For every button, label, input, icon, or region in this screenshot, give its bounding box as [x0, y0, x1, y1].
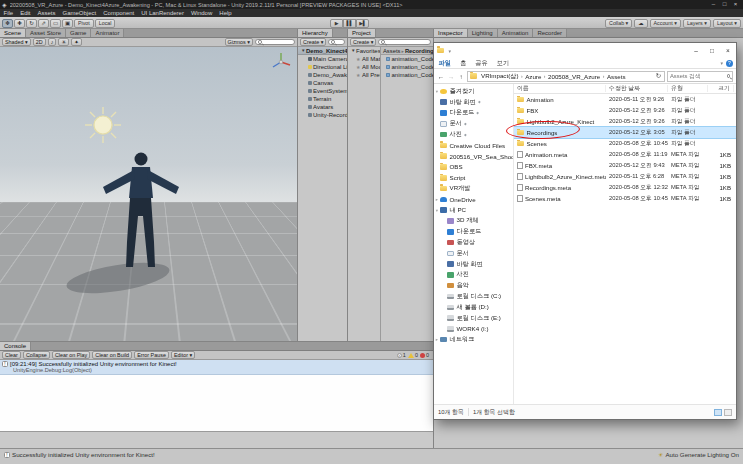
favorite-all-materials[interactable]: ★All Materials [348, 55, 380, 63]
hierarchy-item-terrain[interactable]: Terrain [298, 95, 347, 103]
play-button[interactable]: ▶ [330, 19, 343, 28]
favorite-all-models[interactable]: ★All Models [348, 63, 380, 71]
hierarchy-item-unity-recorder[interactable]: Unity-Recorder [298, 111, 347, 119]
nav-documents[interactable]: 문서◆ [434, 118, 513, 129]
hierarchy-scene-row[interactable]: ▼ Demo_Kinect4Azure_Awakening [298, 47, 347, 55]
hierarchy-item-eventsystem[interactable]: EventSystem [298, 87, 347, 95]
scene-effects-button[interactable]: ✦ [71, 38, 82, 47]
column-date-modified[interactable]: 수정한 날짜 [606, 85, 668, 92]
file-row-recordings[interactable]: Recordings 2020-05-12 오후 3:05파일 폴더 [514, 127, 736, 138]
column-name[interactable]: 이름 [514, 85, 606, 92]
hierarchy-item-canvas[interactable]: Canvas [298, 79, 347, 87]
transform-tool-button[interactable]: ▣ [62, 19, 73, 28]
file-row-scenes-meta[interactable]: Scenes.meta 2020-05-08 오후 10:45META 파일1K… [514, 193, 736, 204]
scale-tool-button[interactable]: ⇗ [38, 19, 49, 28]
tab-animator[interactable]: Animator [91, 29, 124, 37]
scene-lighting-button[interactable]: ☀ [58, 38, 69, 47]
auto-generate-lighting-button[interactable]: ☀ Auto Generate Lighting On [658, 451, 739, 458]
collab-dropdown[interactable]: Collab ▾ [605, 19, 632, 28]
rect-tool-button[interactable]: ▭ [50, 19, 61, 28]
info-count-toggle[interactable]: !1 [397, 352, 406, 358]
crumb-root[interactable]: VRImpact(삼) [481, 72, 518, 81]
menu-edit[interactable]: Edit [17, 9, 34, 17]
menu-component[interactable]: Component [100, 9, 138, 17]
crumb-azure[interactable]: Azure [525, 73, 541, 80]
project-file-row[interactable]: animation_CodeMan_004 [381, 55, 433, 63]
nav-obs[interactable]: OBS [434, 162, 513, 173]
pause-button[interactable]: ▌▌ [343, 19, 356, 28]
nav-pc-documents[interactable]: 문서 [434, 248, 513, 259]
tab-hierarchy[interactable]: Hierarchy [298, 29, 333, 37]
tab-inspector[interactable]: Inspector [434, 29, 468, 37]
maximize-button[interactable]: □ [719, 0, 730, 9]
explorer-maximize-button[interactable]: □ [704, 43, 720, 58]
console-editor-dropdown[interactable]: Editor ▾ [171, 351, 195, 360]
hierarchy-item-directional-light[interactable]: Directional Light [298, 63, 347, 71]
help-icon[interactable]: ? [726, 60, 733, 67]
project-file-row[interactable]: animation_CodeMan_005 [381, 63, 433, 71]
gizmos-dropdown[interactable]: Gizmos ▾ [225, 38, 254, 47]
console-error-pause-button[interactable]: Error Pause [134, 351, 169, 360]
column-size[interactable]: 크기 [708, 85, 734, 92]
explorer-minimize-button[interactable]: – [688, 43, 704, 58]
explorer-close-button[interactable]: × [720, 43, 736, 58]
nav-pc-desktop[interactable]: 바탕 화면 [434, 259, 513, 270]
details-view-button[interactable] [714, 409, 722, 416]
tab-asset-store[interactable]: Asset Store [26, 29, 66, 37]
crumb-assets[interactable]: Assets [607, 73, 626, 80]
local-toggle-button[interactable]: Local [95, 19, 116, 28]
back-button[interactable]: ← [437, 73, 445, 80]
project-file-row[interactable]: animation_CodeMan_006 [381, 71, 433, 79]
console-collapse-button[interactable]: Collapse [23, 351, 50, 360]
file-row-scenes[interactable]: Scenes 2020-05-08 오후 10:45파일 폴더 [514, 138, 736, 149]
breadcrumb-assets[interactable]: Assets [383, 48, 400, 54]
refresh-icon[interactable]: ↻ [655, 72, 662, 80]
tab-recorder[interactable]: Recorder [533, 29, 567, 37]
thumbnail-view-button[interactable] [724, 409, 732, 416]
explorer-search-input[interactable] [670, 73, 727, 79]
hierarchy-item-avatars[interactable]: Avatars [298, 103, 347, 111]
2d-toggle-button[interactable]: 2D [33, 38, 46, 47]
scene-viewport[interactable] [0, 47, 297, 341]
account-dropdown[interactable]: Account ▾ [650, 19, 681, 28]
step-button[interactable]: ▶▌ [356, 19, 369, 28]
nav-videos[interactable]: 동영상 [434, 237, 513, 248]
nav-script[interactable]: Script [434, 172, 513, 183]
file-row-animation-meta[interactable]: Animation.meta 2020-05-08 오후 11:19META 파… [514, 149, 736, 160]
move-tool-button[interactable]: ✚ [14, 19, 25, 28]
nav-disk-d[interactable]: 새 볼륨 (D:) [434, 302, 513, 313]
shading-mode-dropdown[interactable]: Shaded ▾ [2, 38, 31, 47]
menu-window[interactable]: Window [187, 9, 215, 17]
layers-dropdown[interactable]: Layers ▾ [683, 19, 711, 28]
tab-animation[interactable]: Animation [498, 29, 534, 37]
menu-assets[interactable]: Assets [34, 9, 59, 17]
hierarchy-create-dropdown[interactable]: Create ▾ [300, 38, 326, 47]
nav-desktop[interactable]: 바탕 화면◆ [434, 97, 513, 108]
tab-project[interactable]: Project [348, 29, 376, 37]
ribbon-tab-share[interactable]: 공유 [471, 59, 492, 68]
address-input[interactable]: VRImpact(삼) › Azure › 200508_VR_Azure › … [467, 71, 665, 82]
pivot-toggle-button[interactable]: Pivot [74, 19, 94, 28]
up-button[interactable]: ↑ [457, 73, 465, 80]
explorer-search[interactable] [667, 71, 733, 82]
hierarchy-item-main-camera[interactable]: Main Camera [298, 55, 347, 63]
console-log-entry[interactable]: ! [09:21:49] Successfully initialized Un… [0, 360, 433, 375]
nav-pc-pictures[interactable]: 사진 [434, 270, 513, 281]
nav-network[interactable]: ▸네트워크 [434, 334, 513, 345]
nav-disk-c[interactable]: 로컬 디스크 (C:) [434, 291, 513, 302]
warning-count-toggle[interactable]: 0 [408, 352, 418, 358]
layout-dropdown[interactable]: Layout ▾ [713, 19, 741, 28]
ribbon-expand-icon[interactable]: ▾ [720, 60, 723, 66]
forward-button[interactable]: → [447, 73, 455, 80]
menu-custom[interactable]: UI LanRenderer [138, 9, 188, 17]
nav-pictures[interactable]: 사진◆ [434, 129, 513, 140]
menu-file[interactable]: File [0, 9, 17, 17]
file-row-animation[interactable]: Animation 2020-05-11 오전 9:26파일 폴더 [514, 94, 736, 105]
explorer-titlebar[interactable]: ▾ – □ × [434, 43, 736, 58]
favorite-all-prefabs[interactable]: ★All Prefabs [348, 71, 380, 79]
scene-search-input[interactable] [255, 39, 295, 45]
nav-3d-objects[interactable]: 3D 개체 [434, 216, 513, 227]
console-clear-button[interactable]: Clear [2, 351, 21, 360]
file-row-recordings-meta[interactable]: Recordings.meta 2020-05-08 오후 12:32META … [514, 182, 736, 193]
file-row-lightbulb[interactable]: Lightbulb2_Azure_Kinect 2020-05-12 오전 9:… [514, 116, 736, 127]
